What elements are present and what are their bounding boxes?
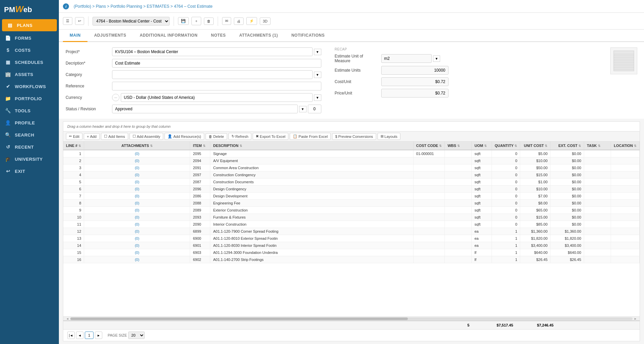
table-row[interactable]: 9 (0) 2089 Exterior Construction sqft 0 … [63, 207, 640, 214]
sidebar-item-portfolio[interactable]: 📁 PORTFOLIO [0, 92, 59, 105]
table-row[interactable]: 2 (0) 2094 A/V Equipment sqft 0 $10.00 $… [63, 157, 640, 164]
cost-unit-input[interactable] [381, 77, 449, 86]
table-row[interactable]: 10 (0) 2093 Furniture & Fixtures sqft 0 … [63, 214, 640, 221]
record-selector[interactable]: 4764 - Boston Medical Center - Cost [93, 17, 170, 26]
scrollbar-track[interactable] [70, 317, 633, 320]
3d-button[interactable]: 3D [260, 17, 271, 25]
cell-ext-cost: $0.00 [550, 171, 584, 179]
sidebar-item-search[interactable]: 🔍 SEARCH [0, 129, 59, 141]
next-page-button[interactable]: ► [95, 332, 102, 339]
scroll-left-btn[interactable]: ◄ [65, 317, 70, 320]
description-input[interactable] [112, 59, 321, 68]
currency-label: Currency [66, 95, 109, 100]
col-header-desc[interactable]: DESCRIPTION ⇅ [210, 142, 413, 150]
table-container[interactable]: LINE # ⇅ ATTACHMENTS ⇅ ITEM ⇅ DESCRIPTIO… [63, 142, 640, 316]
add-button[interactable]: ＋ [191, 17, 201, 25]
menu-button[interactable]: ☰ [63, 17, 72, 25]
undo-button[interactable]: ↩ [75, 17, 84, 25]
table-row[interactable]: 14 (0) 6901 A01.1-120-8030 Interior Spre… [63, 242, 640, 249]
table-row[interactable]: 6 (0) 2096 Design Contingency sqft 0 $10… [63, 186, 640, 193]
add-row-button[interactable]: + Add [84, 133, 100, 140]
delete-row-button[interactable]: 🗑 Delete [206, 133, 227, 140]
prev-page-button[interactable]: ◄ [76, 332, 83, 339]
col-header-item[interactable]: ITEM ⇅ [190, 142, 210, 150]
status-dropdown-icon[interactable]: ▼ [299, 106, 307, 112]
currency-dropdown-icon[interactable]: ▼ [314, 94, 321, 101]
est-uom-dropdown-icon[interactable]: ▼ [433, 55, 440, 62]
col-header-task[interactable]: TASK ⇅ [584, 142, 611, 150]
col-header-uom[interactable]: UOM ⇅ [472, 142, 492, 150]
reference-input[interactable] [112, 82, 321, 90]
save-button[interactable]: 💾 [178, 17, 189, 25]
project-input[interactable] [112, 47, 313, 56]
est-units-input[interactable] [381, 66, 449, 75]
sidebar-item-costs[interactable]: $ COSTS [0, 44, 59, 56]
est-uom-input[interactable] [381, 54, 432, 63]
sidebar-item-plans[interactable]: ▤ PLANS [2, 19, 57, 31]
sidebar-item-schedules[interactable]: ▦ SCHEDULES [0, 56, 59, 68]
add-items-button[interactable]: ☐ Add Items [101, 133, 128, 140]
add-assembly-button[interactable]: ☐ Add Assembly [130, 133, 164, 140]
sidebar-item-recent[interactable]: ↺ RECENT [0, 141, 59, 153]
email-button[interactable]: ✉ [222, 17, 231, 25]
category-dropdown-icon[interactable]: ▼ [314, 72, 321, 78]
currency-input[interactable] [121, 93, 313, 102]
sidebar-item-forms[interactable]: 📄 FORMS [0, 32, 59, 44]
tab-main[interactable]: MAIN [63, 30, 87, 42]
edit-button[interactable]: ✏ Edit [66, 133, 82, 140]
col-header-unit-cost[interactable]: UNIT COST ⇅ [520, 142, 550, 150]
status-input[interactable] [112, 105, 298, 113]
sidebar-item-workflows[interactable]: ✔ WORKFLOWS [0, 80, 59, 92]
tab-additional[interactable]: ADDITIONAL INFORMATION [133, 30, 204, 42]
scroll-right-btn[interactable]: ► [633, 317, 638, 320]
add-resources-button[interactable]: 👤 Add Resource(s) [165, 133, 204, 140]
sidebar-item-profile[interactable]: 👤 PROFILE [0, 117, 59, 129]
horizontal-scrollbar[interactable]: ◄ ► [63, 316, 640, 320]
page-size-select[interactable]: 20 50 100 [128, 332, 145, 339]
col-header-code[interactable]: COST CODE ⇅ [413, 142, 444, 150]
col-header-location[interactable]: LOCATION ⇅ [611, 142, 640, 150]
table-row[interactable]: 15 (0) 6903 A01.1-1294-3000 Foundation U… [63, 249, 640, 256]
layouts-button[interactable]: ⊞ Layouts [378, 133, 401, 140]
category-input[interactable] [112, 70, 313, 79]
status-num-input[interactable] [308, 105, 321, 113]
table-row[interactable]: 8 (0) 2088 Engineering Fee sqft 0 $8.00 … [63, 200, 640, 207]
delete-button[interactable]: 🗑 [204, 17, 214, 25]
tab-adjustments[interactable]: ADJUSTMENTS [87, 30, 133, 42]
page-number-input[interactable] [85, 332, 94, 339]
col-header-attach[interactable]: ATTACHMENTS ⇅ [84, 142, 190, 150]
table-row[interactable]: 4 (0) 2097 Construction Contingency sqft… [63, 171, 640, 179]
col-header-qty[interactable]: QUANTITY ⇅ [492, 142, 520, 150]
refresh-button[interactable]: ↻ Refresh [228, 133, 252, 140]
tab-notes[interactable]: NOTES [204, 30, 232, 42]
first-page-button[interactable]: |◄ [67, 332, 75, 339]
sidebar-item-tools[interactable]: 🔧 TOOLS [0, 105, 59, 117]
col-header-wbs[interactable]: WBS ⇅ [445, 142, 472, 150]
cell-attach: (0) [84, 193, 190, 200]
project-dropdown-icon[interactable]: ▼ [314, 49, 321, 55]
table-row[interactable]: 12 (0) 6899 A01.1-120-7900 Corner Spread… [63, 228, 640, 235]
table-row[interactable]: 1 (0) 2095 Signage 01-000001 sqft 0 $5.0… [63, 150, 640, 157]
tab-notifications[interactable]: NOTIFICATIONS [285, 30, 331, 42]
preview-conversions-button[interactable]: $ Preview Conversions [332, 133, 376, 140]
info-icon[interactable]: i [63, 3, 69, 9]
table-row[interactable]: 3 (0) 2091 Common Area Construction sqft… [63, 164, 640, 171]
scrollbar-thumb[interactable] [70, 317, 408, 320]
sidebar-item-exit[interactable]: ↩ EXIT [0, 165, 59, 177]
print-button[interactable]: 🖨 [234, 17, 244, 25]
lightning-button[interactable]: ⚡ [246, 17, 257, 25]
sidebar-item-university[interactable]: 🎓 UNIVERSITY [0, 153, 59, 165]
sidebar-item-assets[interactable]: 🏢 ASSETS [0, 68, 59, 80]
table-row[interactable]: 16 (0) 6902 A01.1-140-2700 Strip Footing… [63, 256, 640, 263]
currency-settings-icon[interactable]: ··· [112, 94, 119, 101]
table-row[interactable]: 13 (0) 6900 A01.1-120-8010 Exterior Spre… [63, 235, 640, 242]
col-header-ext-cost[interactable]: EXT. COST ⇅ [550, 142, 584, 150]
table-row[interactable]: 11 (0) 2090 Interior Construction sqft 0… [63, 221, 640, 228]
col-header-line[interactable]: LINE # ⇅ [63, 142, 84, 150]
table-row[interactable]: 5 (0) 2087 Construction Documents sqft 0… [63, 179, 640, 186]
tab-attachments[interactable]: ATTACHMENTS (1) [232, 30, 285, 42]
table-row[interactable]: 7 (0) 2086 Design Development sqft 0 $7.… [63, 193, 640, 200]
price-unit-input[interactable] [381, 89, 449, 98]
paste-excel-button[interactable]: 📋 Paste From Excel [290, 133, 331, 140]
export-excel-button[interactable]: ✖ Export To Excel [253, 133, 288, 140]
